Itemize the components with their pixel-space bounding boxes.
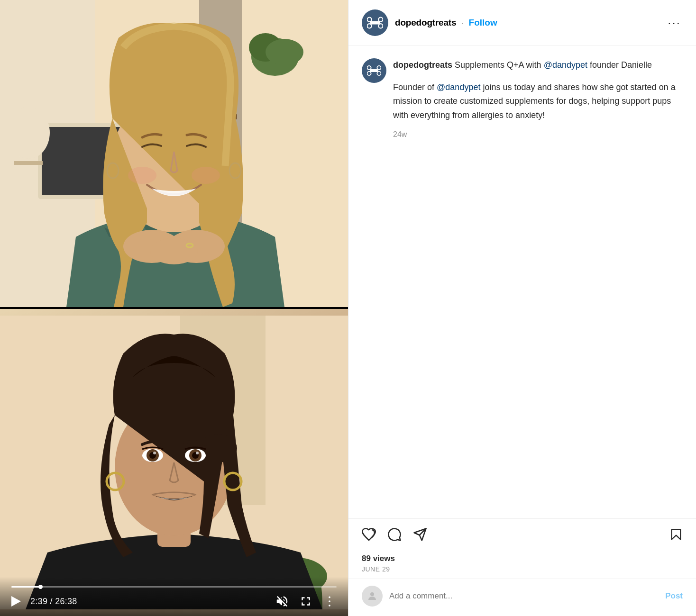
comment-input[interactable] xyxy=(389,591,659,601)
dot-separator: · xyxy=(461,18,464,27)
video-top-participant xyxy=(0,0,348,307)
caption-body-prefix: Founder of xyxy=(393,82,437,92)
caption-body: Founder of @dandypet joins us today and … xyxy=(393,81,683,123)
caption-section: dopedogtreats Supplements Q+A with @dand… xyxy=(348,46,696,518)
svg-point-44 xyxy=(378,24,383,28)
svg-rect-9 xyxy=(14,161,43,165)
svg-point-31 xyxy=(153,452,156,454)
svg-point-39 xyxy=(329,600,330,602)
svg-rect-45 xyxy=(370,21,380,25)
bookmark-button[interactable] xyxy=(669,528,683,541)
caption-username[interactable]: dopedogtreats xyxy=(393,60,452,70)
video-controls: 2:39 / 26:38 xyxy=(0,577,348,616)
caption-mention-2[interactable]: @dandypet xyxy=(437,82,480,92)
caption-timestamp: 24w xyxy=(393,130,683,139)
post-stats: 89 views JUNE 29 xyxy=(348,550,696,579)
video-bottom-participant: 2:39 / 26:38 xyxy=(0,309,348,616)
mute-button[interactable] xyxy=(275,594,289,608)
post-date: JUNE 29 xyxy=(362,565,683,573)
svg-marker-53 xyxy=(672,530,681,540)
comment-input-row: Post xyxy=(348,579,696,616)
post-header: dopedogtreats · Follow ··· xyxy=(348,0,696,46)
svg-point-42 xyxy=(367,24,371,28)
more-options-button[interactable]: ··· xyxy=(666,15,683,31)
time-display: 2:39 / 26:38 xyxy=(30,597,77,607)
caption-mention-1[interactable]: @dandypet xyxy=(544,60,587,70)
caption-title: dopedogtreats Supplements Q+A with @dand… xyxy=(393,58,683,72)
comment-button[interactable] xyxy=(387,527,402,542)
post-comment-button[interactable]: Post xyxy=(665,591,683,601)
header-user-info: dopedogtreats · Follow xyxy=(395,18,497,28)
progress-fill xyxy=(11,586,41,588)
caption-avatar[interactable] xyxy=(362,58,386,83)
svg-point-43 xyxy=(378,18,383,22)
profile-avatar[interactable] xyxy=(362,9,388,36)
views-count: 89 views xyxy=(362,554,683,563)
like-button[interactable] xyxy=(362,527,376,542)
svg-point-47 xyxy=(367,72,371,75)
actions-row xyxy=(348,518,696,550)
progress-bar[interactable] xyxy=(11,586,337,588)
svg-point-13 xyxy=(128,167,156,184)
svg-point-8 xyxy=(7,107,50,159)
follow-button[interactable]: Follow xyxy=(469,18,497,28)
info-panel: dopedogtreats · Follow ··· dopedogtreats xyxy=(348,0,696,616)
caption-header: dopedogtreats Supplements Q+A with @dand… xyxy=(362,58,683,139)
fullscreen-button[interactable] xyxy=(299,594,313,608)
svg-point-19 xyxy=(150,238,198,264)
caption-content: dopedogtreats Supplements Q+A with @dand… xyxy=(393,58,683,139)
caption-title-rest: founder Danielle xyxy=(587,60,652,70)
share-button[interactable] xyxy=(413,527,427,542)
svg-point-14 xyxy=(192,167,220,184)
header-username[interactable]: dopedogtreats xyxy=(395,18,456,27)
video-panel: 2:39 / 26:38 xyxy=(0,0,348,616)
svg-point-7 xyxy=(266,39,303,65)
caption-title-text: Supplements Q+A with xyxy=(455,60,544,70)
svg-rect-50 xyxy=(370,69,378,72)
svg-point-48 xyxy=(377,66,381,70)
svg-point-46 xyxy=(367,66,371,70)
svg-point-40 xyxy=(329,605,330,607)
svg-point-54 xyxy=(370,592,374,596)
video-more-button[interactable] xyxy=(322,594,337,608)
svg-point-41 xyxy=(367,18,371,22)
svg-point-49 xyxy=(377,72,381,75)
play-button[interactable] xyxy=(11,596,21,607)
svg-point-35 xyxy=(196,452,199,454)
svg-point-38 xyxy=(329,596,330,598)
comment-user-avatar xyxy=(362,586,383,607)
